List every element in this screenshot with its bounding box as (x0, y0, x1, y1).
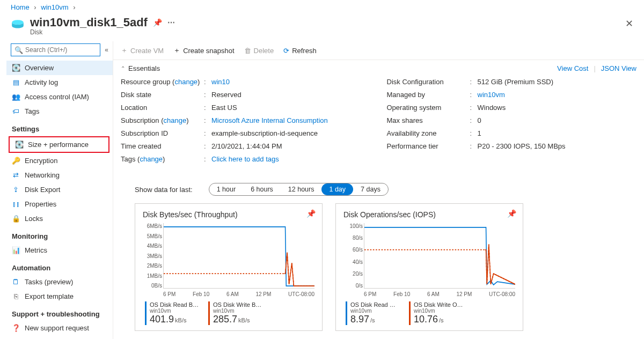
plus-icon: ＋ (121, 46, 128, 55)
page-header: win10vm_disk1_5adf 📌 ⋯ Disk ✕ (0, 12, 644, 41)
collapse-sidebar-icon[interactable]: « (105, 46, 108, 54)
y-axis: 6MB/s5MB/s4MB/s3MB/s2MB/s1MB/s0B/s (143, 223, 162, 289)
sidebar-item-label: Size + performance (28, 141, 89, 149)
essentials-header[interactable]: ⌃ Essentials View Cost | JSON View (113, 60, 644, 73)
change-tags-link[interactable]: change (140, 155, 163, 163)
highlight-size-performance: 💽 Size + performance (9, 136, 109, 153)
chart-plot-area[interactable]: 100/s80/s60/s40/s20/s0/s 6 PMFeb 106 AM1… (364, 223, 515, 298)
sidebar-item-networking[interactable]: ⇄ Networking (6, 168, 113, 182)
create-vm-button: ＋ Create VM (121, 46, 164, 55)
range-6h[interactable]: 6 hours (243, 183, 281, 195)
json-view-link[interactable]: JSON View (601, 64, 636, 72)
network-icon: ⇄ (12, 171, 20, 179)
chart-card: Disk Operations/sec (IOPS) 📌 100/s80/s60… (335, 203, 523, 331)
time-range-selector: Show data for last: 1 hour 6 hours 12 ho… (113, 170, 644, 203)
change-rg-link[interactable]: change (174, 78, 197, 86)
key-icon: 🔑 (12, 157, 20, 165)
sidebar-group-settings: Settings (6, 119, 113, 136)
close-icon[interactable]: ✕ (625, 18, 633, 30)
legend-value: 285.7 (213, 314, 237, 325)
pin-icon[interactable]: 📌 (153, 18, 162, 27)
svg-point-0 (12, 20, 24, 25)
refresh-icon: ⟳ (283, 47, 289, 55)
cmd-label: Refresh (292, 47, 317, 55)
more-icon[interactable]: ⋯ (167, 18, 175, 27)
legend-resource: win10vm (414, 308, 463, 314)
title-text: win10vm_disk1_5adf (30, 16, 148, 30)
sidebar-item-activity-log[interactable]: ▤ Activity log (6, 75, 113, 90)
sidebar-item-label: Access control (IAM) (25, 93, 89, 101)
sidebar-item-size-performance[interactable]: 💽 Size + performance (10, 137, 108, 152)
sidebar-group-automation: Automation (6, 257, 113, 275)
sidebar-group-support: Support + troubleshooting (6, 304, 113, 321)
pin-chart-icon[interactable]: 📌 (306, 209, 316, 218)
sidebar-item-metrics[interactable]: 📊 Metrics (6, 243, 113, 257)
refresh-button[interactable]: ⟳ Refresh (283, 47, 317, 55)
disk-state-value: Reserved (211, 90, 371, 100)
sidebar-group-monitoring: Monitoring (6, 226, 113, 243)
legend-value: 10.76 (414, 314, 438, 325)
essentials-grid: Resource group (change):win10 Disk state… (113, 73, 644, 170)
range-12h[interactable]: 12 hours (281, 183, 322, 195)
sidebar-item-tags[interactable]: 🏷 Tags (6, 104, 113, 119)
chart-plot-area[interactable]: 6MB/s5MB/s4MB/s3MB/s2MB/s1MB/s0B/s 6 PMF… (163, 223, 314, 298)
max-shares-value: 0 (478, 116, 637, 126)
essentials-label: Essentials (128, 64, 160, 72)
plus-icon: ＋ (173, 46, 180, 55)
legend-series-name: OS Disk Write Bytes/.. (213, 301, 262, 308)
sidebar-item-label: Tags (25, 107, 39, 115)
legend-series-name: OS Disk Write Operat.. (414, 301, 463, 308)
range-1d[interactable]: 1 day (321, 183, 353, 195)
create-snapshot-button[interactable]: ＋ Create snapshot (173, 46, 234, 55)
sidebar-item-disk-export[interactable]: ⇪ Disk Export (6, 182, 113, 197)
sidebar-item-label: Tasks (preview) (25, 278, 73, 286)
page-subtitle: Disk (30, 28, 175, 36)
x-axis: 6 PMFeb 106 AM12 PMUTC-08:00 (163, 290, 314, 298)
sidebar-item-tasks[interactable]: 🗒 Tasks (preview) (6, 275, 113, 289)
sidebar-item-encryption[interactable]: 🔑 Encryption (6, 153, 113, 168)
view-cost-link[interactable]: View Cost (557, 64, 588, 72)
change-sub-link[interactable]: change (164, 116, 187, 124)
sidebar-item-overview[interactable]: 💽 Overview (6, 61, 113, 75)
sidebar-item-locks[interactable]: 🔒 Locks (6, 211, 113, 226)
managed-by-value[interactable]: win10vm (478, 90, 637, 100)
rg-value[interactable]: win10 (211, 77, 371, 87)
range-7d[interactable]: 7 days (353, 183, 388, 195)
pin-chart-icon[interactable]: 📌 (507, 209, 516, 218)
legend-item: OS Disk Write Bytes/.. win10vm 285.7kB/s (208, 301, 262, 325)
range-pill: 1 hour 6 hours 12 hours 1 day 7 days (209, 183, 389, 196)
legend-resource: win10vm (150, 308, 199, 314)
search-box[interactable]: 🔍 (11, 43, 100, 56)
subscription-value[interactable]: Microsoft Azure Internal Consumption (211, 116, 371, 126)
subscription-id-value: example-subscription-id-sequence (211, 129, 371, 138)
az-value: 1 (478, 129, 637, 138)
tags-value[interactable]: Click here to add tags (211, 154, 371, 164)
breadcrumb-vm[interactable]: win10vm (41, 3, 68, 11)
search-input[interactable] (25, 46, 97, 54)
legend-series-name: OS Disk Read Bytes/S.. (150, 301, 199, 308)
legend-value: 8.97 (350, 314, 369, 325)
sidebar-item-properties[interactable]: ⫿⫿ Properties (6, 197, 113, 211)
sidebar-item-label: Networking (25, 171, 60, 179)
disk-resource-icon (11, 18, 25, 32)
lock-icon: 🔒 (12, 215, 20, 223)
legend-resource: win10vm (350, 308, 399, 314)
sidebar-item-new-support[interactable]: ❓ New support request (6, 321, 113, 335)
page-title: win10vm_disk1_5adf 📌 ⋯ (30, 16, 175, 30)
sidebar-item-label: New support request (25, 324, 89, 332)
disk-icon: 💽 (12, 64, 20, 72)
sidebar-item-label: Disk Export (25, 186, 60, 194)
delete-button: 🗑 Delete (244, 47, 274, 55)
legend-item: OS Disk Read Bytes/S.. win10vm 401.9kB/s (145, 301, 199, 325)
sidebar-item-export-template[interactable]: ⎘ Export template (6, 289, 113, 304)
legend-value: 401.9 (150, 314, 174, 325)
legend-series-name: OS Disk Read Operati.. (350, 301, 400, 308)
main-content: ＋ Create VM ＋ Create snapshot 🗑 Delete ⟳… (113, 41, 644, 339)
breadcrumb-home[interactable]: Home (11, 3, 30, 11)
location-value: East US (211, 103, 371, 113)
sidebar-item-iam[interactable]: 👥 Access control (IAM) (6, 90, 113, 104)
tag-icon: 🏷 (12, 107, 20, 115)
disk-icon: 💽 (15, 141, 23, 149)
sidebar-item-label: Properties (25, 200, 56, 208)
range-1h[interactable]: 1 hour (209, 183, 243, 195)
